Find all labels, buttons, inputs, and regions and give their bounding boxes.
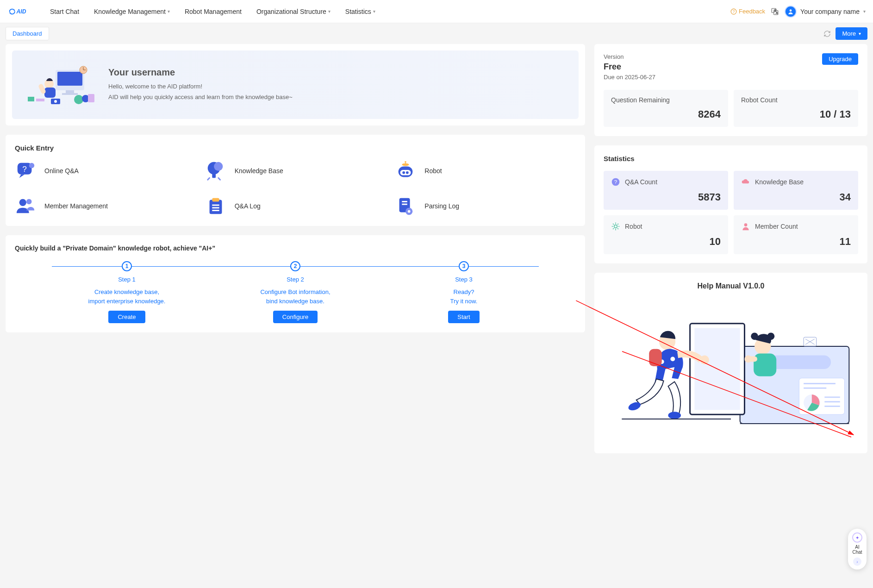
version-label: Version xyxy=(604,53,655,60)
stat-value: 5873 xyxy=(611,191,721,203)
svg-line-34 xyxy=(218,178,220,180)
svg-point-73 xyxy=(751,332,758,340)
stat-knowledge-base[interactable]: Knowledge Base 34 xyxy=(734,171,858,210)
quick-robot[interactable]: Robot xyxy=(395,160,576,181)
svg-point-57 xyxy=(744,223,748,226)
svg-rect-83 xyxy=(649,349,662,366)
person-icon xyxy=(741,222,750,231)
svg-marker-1 xyxy=(9,12,11,13)
quick-item-label: Robot xyxy=(424,167,442,175)
version-tier: Free xyxy=(604,62,655,72)
svg-rect-18 xyxy=(44,88,56,98)
stat-member-count[interactable]: Member Count 11 xyxy=(734,215,858,254)
chat-question-icon: ? xyxy=(15,160,36,181)
svg-rect-37 xyxy=(400,170,411,175)
svg-rect-59 xyxy=(767,356,831,369)
stat-label: Member Count xyxy=(755,223,798,230)
refresh-icon[interactable] xyxy=(823,30,831,38)
step-2: 2 Step 2 Configure Bot information, bind… xyxy=(211,261,380,323)
create-button[interactable]: Create xyxy=(108,311,145,323)
svg-point-23 xyxy=(54,100,57,103)
start-button[interactable]: Start xyxy=(448,311,479,323)
quick-item-label: Q&A Log xyxy=(235,202,261,210)
tab-dashboard[interactable]: Dashboard xyxy=(6,27,49,40)
stat-question-remaining: Question Remaining 8264 xyxy=(604,90,728,127)
main-nav: Start Chat Knowledge Management▾ Robot M… xyxy=(43,8,383,15)
chevron-down-icon: ▾ xyxy=(859,31,861,36)
svg-point-74 xyxy=(767,332,775,340)
quick-entry-card: Quick Entry ? Online Q&A Knowledge Base xyxy=(6,135,585,226)
company-dropdown[interactable]: Your company name ▾ xyxy=(785,6,866,18)
tabbar: Dashboard More ▾ xyxy=(0,23,873,44)
quick-knowledge-base[interactable]: Knowledge Base xyxy=(205,160,386,181)
quick-member-management[interactable]: Member Management xyxy=(15,195,196,217)
step-label: Step 2 xyxy=(287,276,304,283)
step-desc: Ready? Try it now. xyxy=(450,288,478,306)
quick-online-qa[interactable]: ? Online Q&A xyxy=(15,160,196,181)
nav-org-structure[interactable]: Organizational Structure▾ xyxy=(249,8,338,15)
stat-robot[interactable]: Robot 10 xyxy=(604,215,728,254)
statistics-title: Statistics xyxy=(604,155,858,163)
feedback-link[interactable]: ? Feedback xyxy=(730,8,765,15)
quick-parsing-log[interactable]: Parsing Log xyxy=(395,195,576,217)
more-button[interactable]: More ▾ xyxy=(836,27,867,40)
stat-label: Robot xyxy=(625,223,642,230)
quick-item-label: Online Q&A xyxy=(44,167,79,175)
welcome-illustration xyxy=(23,62,97,108)
help-manual-card: Help Manual V1.0.0 xyxy=(594,273,867,453)
question-icon: ? xyxy=(730,8,737,15)
welcome-card: Your username Hello, welcome to the AID … xyxy=(6,44,585,125)
nav-robot-management[interactable]: Robot Management xyxy=(177,8,249,15)
svg-point-41 xyxy=(405,161,406,163)
svg-rect-20 xyxy=(28,97,34,101)
topbar: AID Start Chat Knowledge Management▾ Rob… xyxy=(0,0,873,23)
svg-point-80 xyxy=(670,357,675,361)
build-steps-card: Quickly build a "Private Domain" knowled… xyxy=(6,235,585,332)
quick-item-label: Member Management xyxy=(44,202,108,210)
configure-button[interactable]: Configure xyxy=(273,311,318,323)
svg-point-77 xyxy=(744,356,752,363)
svg-rect-45 xyxy=(212,198,219,202)
svg-text:?: ? xyxy=(614,179,617,185)
quick-qa-log[interactable]: Q&A Log xyxy=(205,195,386,217)
stat-robot-count: Robot Count 10 / 13 xyxy=(734,90,858,127)
svg-point-43 xyxy=(26,199,32,205)
svg-point-56 xyxy=(614,225,617,228)
logo[interactable]: AID xyxy=(7,5,33,18)
stat-qa-count[interactable]: ? Q&A Count 5873 xyxy=(604,171,728,210)
svg-point-9 xyxy=(790,9,792,12)
stat-value: 8264 xyxy=(611,108,721,120)
chevron-down-icon: ▾ xyxy=(373,9,375,14)
svg-point-24 xyxy=(74,95,83,104)
nav-statistics[interactable]: Statistics▾ xyxy=(338,8,383,15)
svg-point-39 xyxy=(406,171,409,174)
quick-item-label: Parsing Log xyxy=(424,202,459,210)
step-label: Step 3 xyxy=(455,276,473,283)
question-circle-icon: ? xyxy=(611,177,620,187)
step-num-badge: 2 xyxy=(290,261,300,271)
step-3: 3 Step 3 Ready? Try it now. Start xyxy=(380,261,548,323)
svg-point-38 xyxy=(403,171,405,174)
welcome-line1: Hello, welcome to the AID platform! xyxy=(108,81,293,92)
stat-value: 10 xyxy=(611,236,721,248)
svg-rect-13 xyxy=(62,93,78,95)
svg-point-42 xyxy=(19,199,26,206)
step-1: 1 Step 1 Create knowledge base, import e… xyxy=(43,261,211,323)
svg-line-33 xyxy=(207,178,209,180)
nav-knowledge-management[interactable]: Knowledge Management▾ xyxy=(87,8,177,15)
step-desc: Configure Bot information, bind knowledg… xyxy=(260,288,330,306)
quick-entry-title: Quick Entry xyxy=(15,144,576,152)
step-num-badge: 3 xyxy=(459,261,469,271)
language-icon[interactable]: 文A xyxy=(771,7,779,16)
statistics-card: Statistics ? Q&A Count 5873 Knowledge Ba… xyxy=(594,145,867,263)
version-due: Due on 2025-06-27 xyxy=(604,74,655,81)
chevron-down-icon: ▾ xyxy=(328,9,330,14)
upgrade-button[interactable]: Upgrade xyxy=(822,53,858,65)
stat-label: Knowledge Base xyxy=(755,178,804,186)
gear-icon xyxy=(611,222,620,231)
svg-rect-21 xyxy=(36,99,44,101)
main-content: Your username Hello, welcome to the AID … xyxy=(0,44,873,463)
nav-start-chat[interactable]: Start Chat xyxy=(43,8,87,15)
svg-text:AID: AID xyxy=(16,8,26,14)
help-manual-illustration xyxy=(604,300,858,438)
